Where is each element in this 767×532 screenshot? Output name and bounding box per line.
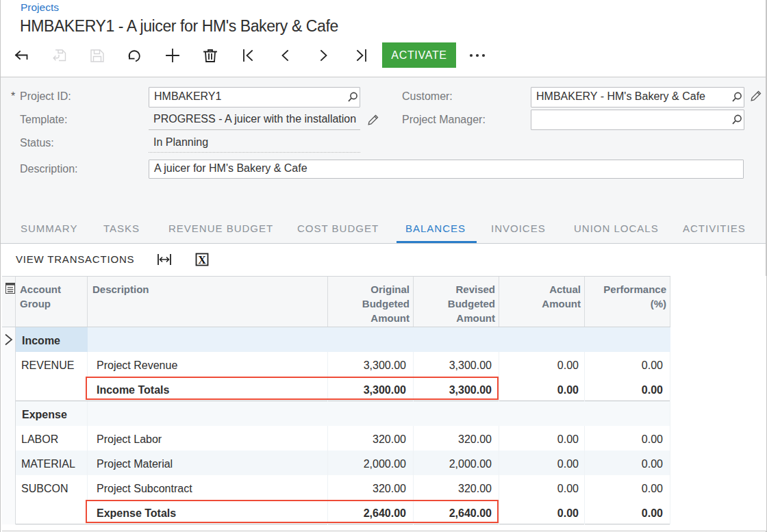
svg-text:X: X: [198, 254, 206, 266]
